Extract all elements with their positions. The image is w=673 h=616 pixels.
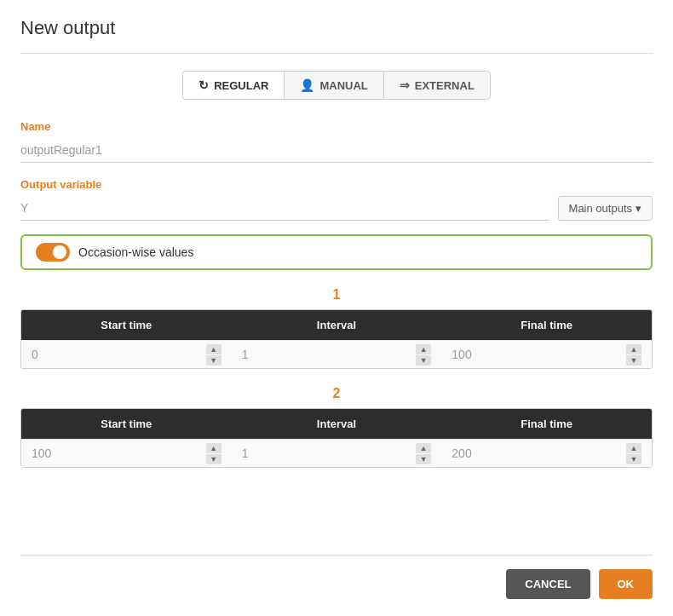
tab-manual-label: MANUAL [319, 79, 367, 92]
s1-header-interval: Interval [232, 310, 442, 340]
s1-final-time-spinner: ▲ ▼ [626, 344, 641, 366]
footer: CANCEL OK [20, 555, 653, 599]
tab-external-label: EXTERNAL [415, 79, 475, 92]
section-1-table: Start time Interval Final time ▲ ▼ ▲ ▼ [20, 309, 653, 369]
s1-final-time-down[interactable]: ▼ [626, 355, 641, 366]
s2-interval-up[interactable]: ▲ [416, 443, 431, 453]
tab-regular-label: REGULAR [214, 79, 268, 92]
tab-bar: ↻ REGULAR 👤 MANUAL ⇒ EXTERNAL [20, 71, 653, 100]
tab-manual[interactable]: 👤 MANUAL [284, 71, 383, 100]
s1-interval-input[interactable] [242, 348, 411, 361]
occasion-wise-label: Occasion-wise values [78, 245, 193, 259]
s1-start-time-cell: ▲ ▼ [21, 341, 232, 368]
s2-final-time-cell: ▲ ▼ [441, 440, 652, 467]
section-2-table: Start time Interval Final time ▲ ▼ ▲ ▼ [20, 408, 653, 468]
ok-button[interactable]: OK [599, 569, 653, 599]
s1-start-time-down[interactable]: ▼ [206, 355, 221, 366]
s2-interval-down[interactable]: ▼ [416, 454, 431, 464]
s2-header-final-time: Final time [441, 409, 652, 439]
s2-interval-cell: ▲ ▼ [232, 440, 442, 467]
output-variable-label: Output variable [20, 178, 653, 191]
s1-interval-down[interactable]: ▼ [416, 355, 431, 366]
s2-final-time-up[interactable]: ▲ [626, 443, 641, 453]
s1-final-time-input[interactable] [452, 348, 621, 361]
s2-final-time-spinner: ▲ ▼ [626, 443, 641, 464]
s2-start-time-spinner: ▲ ▼ [206, 443, 221, 464]
s2-start-time-up[interactable]: ▲ [206, 443, 221, 453]
dropdown-arrow-icon: ▾ [636, 202, 641, 215]
s1-final-time-cell: ▲ ▼ [441, 341, 652, 368]
page-title: New output [20, 17, 653, 39]
output-variable-input[interactable] [20, 196, 549, 221]
output-variable-group: Output variable Main outputs ▾ [20, 178, 653, 234]
tab-regular[interactable]: ↻ REGULAR [182, 71, 284, 100]
s2-start-time-input[interactable] [32, 446, 201, 460]
section-2-data-row: ▲ ▼ ▲ ▼ ▲ ▼ [21, 439, 652, 467]
s2-start-time-cell: ▲ ▼ [21, 440, 232, 467]
occasion-wise-toggle-row[interactable]: Occasion-wise values [20, 234, 653, 270]
s2-header-start-time: Start time [21, 409, 232, 439]
occasion-wise-toggle[interactable] [36, 243, 70, 262]
tab-external[interactable]: ⇒ EXTERNAL [383, 71, 491, 100]
s1-interval-cell: ▲ ▼ [232, 341, 442, 368]
external-icon: ⇒ [400, 78, 410, 92]
section-2-header: Start time Interval Final time [21, 409, 652, 439]
main-outputs-button[interactable]: Main outputs ▾ [558, 196, 653, 221]
s2-interval-input[interactable] [242, 446, 411, 460]
s1-header-start-time: Start time [21, 310, 232, 340]
s1-start-time-input[interactable] [32, 348, 201, 361]
section-1-data-row: ▲ ▼ ▲ ▼ ▲ ▼ [21, 340, 652, 368]
output-variable-row: Main outputs ▾ [20, 196, 653, 221]
s1-interval-spinner: ▲ ▼ [416, 344, 431, 366]
s1-interval-up[interactable]: ▲ [416, 344, 431, 354]
regular-icon: ↻ [198, 78, 209, 92]
section-1-header: Start time Interval Final time [21, 310, 652, 340]
cancel-button[interactable]: CANCEL [506, 569, 590, 599]
s1-start-time-spinner: ▲ ▼ [206, 344, 221, 366]
s1-final-time-up[interactable]: ▲ [626, 344, 641, 354]
s1-header-final-time: Final time [441, 310, 652, 340]
s2-final-time-down[interactable]: ▼ [626, 454, 641, 464]
header-divider [20, 53, 653, 54]
s2-interval-spinner: ▲ ▼ [416, 443, 431, 464]
toggle-slider [36, 243, 70, 262]
name-input[interactable] [20, 138, 653, 163]
section-1-number: 1 [20, 287, 653, 302]
s2-start-time-down[interactable]: ▼ [206, 454, 221, 464]
main-outputs-label: Main outputs [569, 202, 632, 215]
manual-icon: 👤 [300, 78, 314, 92]
s1-start-time-up[interactable]: ▲ [206, 344, 221, 354]
section-2-number: 2 [20, 386, 653, 401]
s2-header-interval: Interval [232, 409, 442, 439]
s2-final-time-input[interactable] [452, 446, 621, 460]
page-container: New output ↻ REGULAR 👤 MANUAL ⇒ EXTERNAL… [0, 0, 673, 616]
name-field-group: Name [20, 120, 653, 178]
name-label: Name [20, 120, 653, 133]
